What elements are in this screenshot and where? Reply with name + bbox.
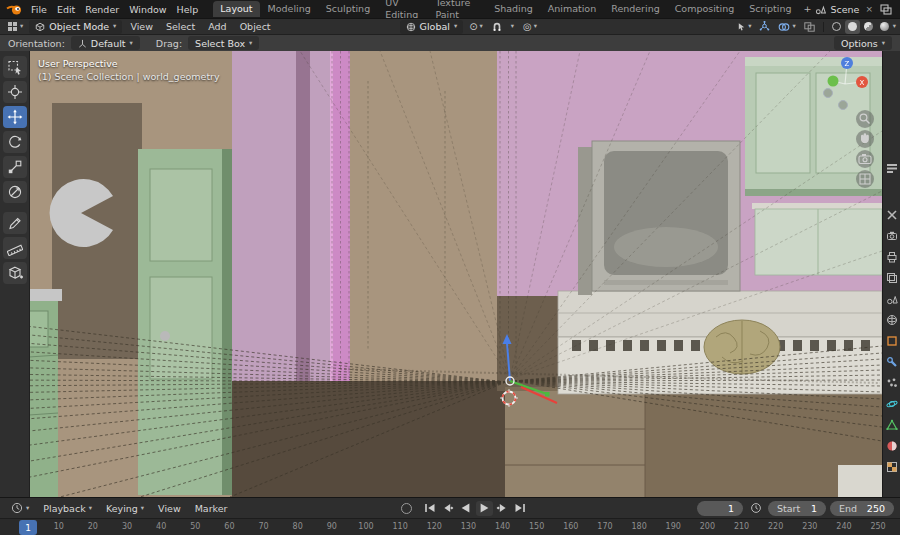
jump-to-end-button[interactable] xyxy=(512,501,529,516)
tab-render[interactable] xyxy=(884,229,900,243)
menu-view[interactable]: View xyxy=(125,20,158,33)
caret-icon: ▾ xyxy=(20,23,23,30)
menu-object[interactable]: Object xyxy=(235,20,276,33)
menu-file[interactable]: File xyxy=(26,3,52,16)
menu-help[interactable]: Help xyxy=(172,3,204,16)
menu-keying[interactable]: Keying▾ xyxy=(101,502,149,515)
tab-view-layer[interactable] xyxy=(884,271,900,285)
proportional-editing-button[interactable]: ◎ ▾ xyxy=(520,20,540,34)
nav-axis-neg-y[interactable] xyxy=(824,89,833,98)
show-overlays-button[interactable]: ▾ xyxy=(775,20,798,34)
tab-output[interactable] xyxy=(884,250,900,264)
tab-modifiers[interactable] xyxy=(884,355,900,369)
caret-icon: ▾ xyxy=(454,23,457,30)
viewport-3d[interactable]: X Z xyxy=(0,51,882,497)
tool-move[interactable] xyxy=(3,106,27,128)
tab-tool[interactable] xyxy=(884,208,900,222)
playhead[interactable]: 1 xyxy=(19,520,37,535)
tab-scripting[interactable]: Scripting xyxy=(742,1,798,17)
play-reverse-button[interactable] xyxy=(458,501,475,516)
add-workspace-button[interactable]: + xyxy=(800,1,816,17)
tab-physics[interactable] xyxy=(884,397,900,411)
next-keyframe-button[interactable] xyxy=(494,501,511,516)
particle-properties-icon xyxy=(886,377,898,389)
unlink-scene-button[interactable]: × xyxy=(863,4,875,14)
timeline-ruler[interactable]: 1102030405060708090100110120130140150160… xyxy=(0,518,900,535)
rendered-sphere-icon xyxy=(880,22,889,31)
pan-button[interactable] xyxy=(856,130,874,148)
tab-scene[interactable] xyxy=(884,292,900,306)
mode-selector[interactable]: Object Mode ▾ xyxy=(29,20,122,34)
ortho-toggle-button[interactable] xyxy=(856,170,874,188)
tab-material[interactable] xyxy=(884,439,900,453)
caret-icon: ▾ xyxy=(141,505,144,512)
current-frame-field[interactable]: 1 xyxy=(697,501,743,516)
toggle-xray-button[interactable] xyxy=(801,20,818,34)
menu-add[interactable]: Add xyxy=(203,20,231,33)
tab-sculpting[interactable]: Sculpting xyxy=(319,1,377,17)
menu-timeline-view[interactable]: View xyxy=(153,502,186,515)
tab-animation[interactable]: Animation xyxy=(541,1,603,17)
menu-marker[interactable]: Marker xyxy=(190,502,233,515)
viewport-canvas[interactable]: X Z xyxy=(0,51,882,497)
show-gizmo-button[interactable] xyxy=(756,20,773,34)
transform-orientation-selector[interactable]: Global ▾ xyxy=(400,20,464,34)
object-type-visibility-button[interactable]: ▾ xyxy=(734,20,754,34)
shading-wireframe-button[interactable] xyxy=(829,20,844,34)
tool-add-cube[interactable] xyxy=(3,262,27,284)
keying-set-button[interactable] xyxy=(747,501,764,516)
shading-rendered-button[interactable] xyxy=(877,20,892,34)
jump-to-start-button[interactable] xyxy=(422,501,439,516)
pivot-point-selector[interactable]: ⊙ ▾ xyxy=(466,20,486,34)
menu-window[interactable]: Window xyxy=(124,3,171,16)
shading-solid-button[interactable] xyxy=(845,20,860,34)
drag-selector[interactable]: Select Box ▾ xyxy=(188,36,259,50)
tab-rendering[interactable]: Rendering xyxy=(604,1,667,17)
editor-type-button[interactable]: ▾ xyxy=(4,20,26,34)
zoom-button[interactable] xyxy=(856,110,874,128)
orientation-default-selector[interactable]: Default ▾ xyxy=(71,36,140,50)
tab-shading[interactable]: Shading xyxy=(487,1,540,17)
tool-transform[interactable] xyxy=(3,181,27,203)
menu-playback[interactable]: Playback▾ xyxy=(38,502,97,515)
prev-keyframe-button[interactable] xyxy=(440,501,457,516)
auto-keying-button[interactable] xyxy=(401,503,412,514)
tool-select-box[interactable] xyxy=(3,56,27,78)
ruler-tick: 80 xyxy=(293,522,303,531)
timeline-editor-type-button[interactable]: ▾ xyxy=(6,501,34,515)
blender-logo-icon[interactable] xyxy=(6,3,23,16)
tab-object-data[interactable] xyxy=(884,418,900,432)
snap-settings-button[interactable]: ▾ xyxy=(508,20,517,34)
drag-value: Select Box xyxy=(195,38,245,49)
frame-end-field[interactable]: End 250 xyxy=(830,501,894,516)
ruler-tick: 150 xyxy=(529,522,544,531)
tool-annotate[interactable] xyxy=(3,212,27,234)
tab-modeling[interactable]: Modeling xyxy=(261,1,318,17)
nav-axis-neg-z[interactable] xyxy=(839,101,848,110)
tab-object[interactable] xyxy=(884,334,900,348)
camera-view-button[interactable] xyxy=(856,150,874,168)
shading-material-button[interactable] xyxy=(861,20,876,34)
nav-axis-y[interactable] xyxy=(828,76,839,87)
tab-particles[interactable] xyxy=(884,376,900,390)
tool-scale[interactable] xyxy=(3,156,27,178)
tab-texture[interactable] xyxy=(884,460,900,474)
menu-render[interactable]: Render xyxy=(80,3,124,16)
tab-compositing[interactable]: Compositing xyxy=(668,1,742,17)
tool-measure[interactable] xyxy=(3,237,27,259)
play-button[interactable] xyxy=(476,501,493,516)
snap-toggle-button[interactable] xyxy=(489,20,505,34)
tool-rotate[interactable] xyxy=(3,131,27,153)
tab-world[interactable] xyxy=(884,313,900,327)
options-label: Options xyxy=(841,38,878,49)
options-button[interactable]: Options ▾ xyxy=(834,36,892,50)
tab-layout[interactable]: Layout xyxy=(213,1,259,17)
output-properties-icon xyxy=(886,251,898,263)
scene-selector[interactable]: Scene × xyxy=(815,4,875,15)
menu-edit[interactable]: Edit xyxy=(52,3,80,16)
menu-select[interactable]: Select xyxy=(161,20,200,33)
view-layer-icon[interactable] xyxy=(880,4,892,15)
tool-cursor[interactable] xyxy=(3,81,27,103)
frame-start-field[interactable]: Start 1 xyxy=(768,501,826,516)
properties-editor-type-button[interactable] xyxy=(884,161,900,175)
